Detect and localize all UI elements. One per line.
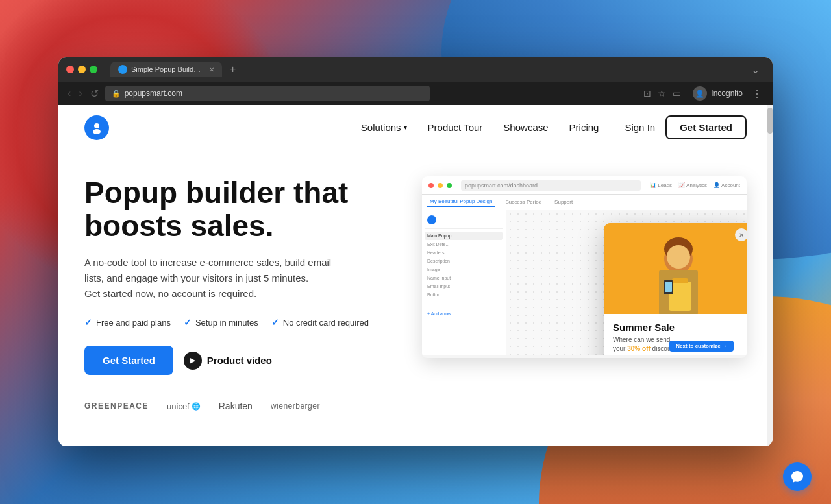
chevron-down-icon: ▾ bbox=[404, 124, 407, 131]
mockup-body: Main Popup Exit Dete... Headers Descript… bbox=[422, 210, 747, 355]
hero-left: Popup builder that boosts sales. A no-co… bbox=[84, 176, 396, 411]
tab-list: Simple Popup Builder That Bo... ✕ + bbox=[110, 62, 746, 77]
product-tour-nav-link[interactable]: Product Tour bbox=[428, 122, 483, 133]
svg-point-2 bbox=[93, 129, 101, 134]
check-item-2: ✓ Setup in minutes bbox=[184, 317, 258, 328]
mockup-tab-1[interactable]: My Beautiful Popup Design bbox=[427, 197, 495, 207]
browser-menu-button[interactable]: ⋮ bbox=[749, 88, 765, 100]
scrollbar[interactable] bbox=[767, 105, 773, 446]
check-item-1: ✓ Free and paid plans bbox=[84, 317, 171, 328]
hero-checks: ✓ Free and paid plans ✓ Setup in minutes… bbox=[84, 317, 396, 328]
browser-tab-bar: Simple Popup Builder That Bo... ✕ + ⌄ bbox=[58, 57, 773, 82]
mockup-tabs: My Beautiful Popup Design Success Period… bbox=[422, 195, 747, 210]
window-icon[interactable]: ▭ bbox=[673, 88, 681, 99]
popup-close-icon[interactable]: ✕ bbox=[735, 228, 747, 241]
bookmark-icon[interactable]: ☆ bbox=[658, 88, 666, 99]
scrollbar-thumb[interactable] bbox=[767, 108, 773, 134]
mockup-urlbar: popupsmart.com/dashboard bbox=[461, 180, 641, 191]
incognito-label: Incognito bbox=[711, 89, 743, 98]
mockup-next-button[interactable]: Next to customize → bbox=[669, 341, 734, 352]
mockup-canvas: ✕ bbox=[506, 210, 747, 355]
website-content: Solutions ▾ Product Tour Showcase Pricin… bbox=[58, 105, 773, 446]
mockup-url: popupsmart.com/dashboard bbox=[465, 182, 538, 189]
tab-title: Simple Popup Builder That Bo... bbox=[131, 66, 203, 73]
tab-favicon bbox=[118, 65, 127, 74]
address-bar-row: ‹ › ↺ 🔒 popupsmart.com ⊡ ☆ ▭ 👤 Incognito… bbox=[58, 82, 773, 105]
mockup-sidebar-item-1[interactable]: Main Popup bbox=[425, 232, 503, 240]
mockup-logo-dot bbox=[427, 215, 436, 224]
rakuten-logo: Rakuten bbox=[219, 401, 253, 411]
navbar: Solutions ▾ Product Tour Showcase Pricin… bbox=[58, 105, 773, 150]
check-item-3: ✓ No credit card required bbox=[271, 317, 369, 328]
logo[interactable] bbox=[84, 115, 109, 140]
nav-actions: Sign In Get Started bbox=[625, 115, 747, 139]
svg-rect-11 bbox=[665, 282, 672, 292]
greenpeace-logo: GREENPEACE bbox=[84, 402, 149, 411]
mockup-sidebar-item-name[interactable]: Name Input bbox=[425, 274, 503, 282]
sign-in-button[interactable]: Sign In bbox=[625, 122, 655, 133]
hero-ctas: Get Started ▶ Product video bbox=[84, 346, 396, 375]
hero-title: Popup builder that boosts sales. bbox=[84, 176, 396, 242]
showcase-nav-link[interactable]: Showcase bbox=[503, 122, 548, 133]
reload-button[interactable]: ↺ bbox=[89, 86, 100, 101]
checkmark-icon-2: ✓ bbox=[184, 317, 192, 328]
hero-subtitle: A no-code tool to increase e-commerce sa… bbox=[84, 255, 396, 302]
close-dot[interactable] bbox=[66, 66, 74, 73]
tab-close-icon[interactable]: ✕ bbox=[209, 66, 214, 73]
mockup-maximize-dot bbox=[447, 183, 452, 188]
mockup-leads-tab: 📊 Leads bbox=[650, 182, 672, 188]
pricing-nav-link[interactable]: Pricing bbox=[569, 122, 599, 133]
active-tab[interactable]: Simple Popup Builder That Bo... ✕ bbox=[110, 62, 222, 77]
lock-icon: 🔒 bbox=[112, 90, 121, 98]
new-tab-button[interactable]: + bbox=[225, 62, 241, 77]
mockup-topbar: popupsmart.com/dashboard 📊 Leads 📈 Analy… bbox=[422, 176, 747, 195]
maximize-dot[interactable] bbox=[90, 66, 97, 73]
hero-get-started-button[interactable]: Get Started bbox=[84, 346, 173, 375]
mockup-sidebar-item-button[interactable]: Button bbox=[425, 291, 503, 299]
mockup-close-dot bbox=[428, 183, 434, 188]
mockup-tab-3[interactable]: Support bbox=[552, 198, 575, 206]
url-text: popupsmart.com bbox=[125, 89, 182, 98]
svg-point-6 bbox=[667, 245, 690, 269]
popup-preview: ✕ bbox=[604, 223, 747, 355]
popup-title: Summer Sale bbox=[613, 322, 744, 333]
mockup-sidebar-item-email[interactable]: Email Input bbox=[425, 282, 503, 291]
mockup-sidebar-item-image[interactable]: Image bbox=[425, 265, 503, 274]
solutions-nav-link[interactable]: Solutions ▾ bbox=[361, 122, 407, 133]
mockup-logo-area bbox=[425, 214, 503, 229]
product-video-button[interactable]: ▶ Product video bbox=[184, 352, 272, 370]
play-icon: ▶ bbox=[184, 352, 202, 370]
nav-links: Solutions ▾ Product Tour Showcase Pricin… bbox=[361, 122, 599, 133]
mockup-add-row[interactable]: + Add a row bbox=[425, 304, 503, 320]
svg-point-1 bbox=[94, 123, 99, 128]
wienerberger-logo: wienerberger bbox=[271, 402, 320, 411]
popup-discount: 30% off bbox=[627, 345, 651, 352]
brand-logos: GREENPEACE unicef 🌐 Rakuten wienerberger bbox=[84, 401, 396, 411]
mockup-sidebar-item-exit[interactable]: Exit Dete... bbox=[425, 240, 503, 248]
mockup-tab-2[interactable]: Success Period bbox=[503, 198, 545, 206]
checkmark-icon-1: ✓ bbox=[84, 317, 92, 328]
incognito-avatar: 👤 bbox=[693, 86, 707, 101]
forward-button[interactable]: › bbox=[77, 86, 83, 101]
mockup-minimize-dot bbox=[438, 183, 443, 188]
cast-icon: ⊡ bbox=[643, 88, 651, 99]
unicef-icon: 🌐 bbox=[192, 402, 201, 411]
address-bar[interactable]: 🔒 popupsmart.com bbox=[105, 86, 430, 101]
logo-icon bbox=[84, 115, 109, 140]
popup-image bbox=[604, 223, 747, 314]
mockup-sidebar-item-headers[interactable]: Headers bbox=[425, 248, 503, 257]
back-button[interactable]: ‹ bbox=[66, 86, 72, 101]
get-started-nav-button[interactable]: Get Started bbox=[665, 115, 747, 139]
product-mockup: popupsmart.com/dashboard 📊 Leads 📈 Analy… bbox=[422, 176, 747, 358]
mockup-sidebar: Main Popup Exit Dete... Headers Descript… bbox=[422, 210, 506, 355]
mockup-sidebar-item-desc[interactable]: Description bbox=[425, 257, 503, 265]
window-controls: ⌄ bbox=[751, 64, 765, 76]
hero-section: Popup builder that boosts sales. A no-co… bbox=[58, 150, 773, 424]
mockup-account-tab: 👤 Account bbox=[713, 182, 740, 188]
browser-window: Simple Popup Builder That Bo... ✕ + ⌄ ‹ … bbox=[58, 57, 773, 446]
chat-bubble-button[interactable] bbox=[783, 462, 812, 491]
incognito-area: 👤 Incognito bbox=[693, 86, 743, 101]
svg-rect-9 bbox=[672, 278, 688, 283]
minimize-dot[interactable] bbox=[78, 66, 86, 73]
mockup-analytics-tab: 📈 Analytics bbox=[678, 182, 707, 188]
